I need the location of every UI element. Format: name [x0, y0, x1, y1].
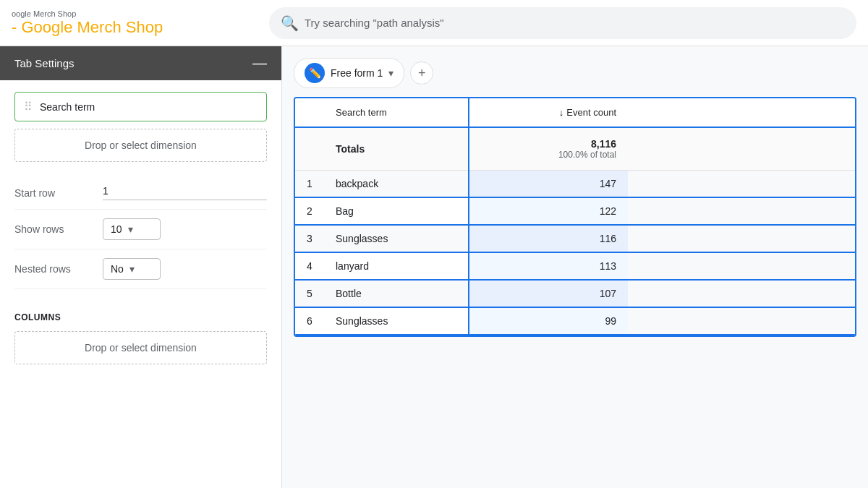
- columns-section: COLUMNS Drop or select dimension: [0, 301, 281, 364]
- col-extra-header: [628, 98, 855, 127]
- sidebar-content: ⠿ Search term Drop or select dimension S…: [0, 80, 281, 301]
- row-extra-cell: [628, 280, 855, 307]
- row-metric-cell: 116: [469, 225, 628, 252]
- nested-rows-value: No: [111, 263, 124, 275]
- row-metric-cell: 107: [469, 280, 628, 307]
- row-dim-cell: Bag: [324, 197, 469, 225]
- drop-dimension-field[interactable]: Drop or select dimension: [14, 129, 267, 162]
- header: oogle Merch Shop - Google Merch Shop 🔍 T…: [0, 0, 868, 46]
- nested-rows-label: Nested rows: [14, 263, 94, 275]
- data-table-wrapper: Search term ↓Event count Totals: [294, 97, 856, 337]
- row-extra-cell: [628, 171, 855, 198]
- totals-metric-subtitle: 100.0% of total: [481, 150, 616, 160]
- show-rows-select[interactable]: 10 ▾: [103, 218, 161, 240]
- header-title-suffix: p: [154, 18, 163, 36]
- row-num-cell: 6: [295, 307, 324, 335]
- row-num-cell: 2: [295, 197, 324, 225]
- chevron-down-icon: ▾: [128, 223, 133, 235]
- content-area: ✏️ Free form 1 ▾ + Search term ↓: [282, 46, 868, 488]
- col-num-header: [295, 98, 324, 127]
- row-num-cell: 1: [295, 171, 324, 198]
- chevron-down-icon: ▾: [129, 263, 135, 275]
- row-extra-cell: [628, 252, 855, 280]
- start-row-value[interactable]: 1: [103, 185, 267, 200]
- totals-metric-cell: 8,116 100.0% of total: [469, 127, 628, 171]
- row-metric-cell: 99: [469, 307, 628, 335]
- row-metric-cell: 147: [469, 171, 628, 198]
- col-metric-header[interactable]: ↓Event count: [469, 98, 628, 127]
- header-title-area: oogle Merch Shop - Google Merch Shop: [12, 9, 258, 37]
- table-row: 1 backpack 147: [295, 171, 855, 198]
- add-tab-icon: +: [418, 66, 426, 81]
- collapse-button[interactable]: —: [252, 55, 267, 72]
- table-row: 6 Sunglasses 99: [295, 307, 855, 335]
- show-rows-label: Show rows: [14, 223, 94, 235]
- tab-settings-label: Tab Settings: [14, 57, 75, 69]
- row-metric-cell: 113: [469, 252, 628, 280]
- search-bar[interactable]: 🔍 Try searching "path analysis": [269, 7, 856, 39]
- row-extra-cell: [628, 307, 855, 335]
- header-title: - Google Merch Shop: [12, 18, 258, 37]
- row-dim-cell: Bottle: [324, 280, 469, 307]
- sort-desc-icon: ↓: [559, 107, 564, 118]
- totals-row: Totals 8,116 100.0% of total: [295, 127, 855, 171]
- start-row-label: Start row: [14, 187, 94, 199]
- header-title-highlight: o: [145, 18, 154, 36]
- table-row: 2 Bag 122: [295, 197, 855, 225]
- tab-label: Free form 1: [331, 67, 383, 79]
- data-table: Search term ↓Event count Totals: [295, 98, 855, 335]
- row-num-cell: 4: [295, 252, 324, 280]
- totals-extra-cell: [628, 127, 855, 171]
- row-num-cell: 3: [295, 225, 324, 252]
- search-term-field[interactable]: ⠿ Search term: [14, 92, 267, 121]
- tab-settings-header: Tab Settings —: [0, 46, 281, 80]
- drop-columns-label: Drop or select dimension: [85, 342, 197, 354]
- nested-rows-select[interactable]: No ▾: [103, 258, 161, 280]
- row-dim-cell: Sunglasses: [324, 225, 469, 252]
- tab-edit-icon: ✏️: [305, 63, 325, 83]
- row-num-cell: 5: [295, 280, 324, 307]
- search-icon: 🔍: [281, 14, 299, 32]
- row-dim-cell: lanyard: [324, 252, 469, 280]
- table-row: 5 Bottle 107: [295, 280, 855, 307]
- tab-bar: ✏️ Free form 1 ▾ +: [294, 58, 856, 88]
- start-row-setting: Start row 1: [14, 176, 267, 210]
- table-row: 3 Sunglasses 116: [295, 225, 855, 252]
- row-extra-cell: [628, 197, 855, 225]
- tab-chevron-icon: ▾: [388, 67, 393, 79]
- add-tab-button[interactable]: +: [410, 61, 433, 85]
- columns-header: COLUMNS: [14, 312, 267, 322]
- dim-header-label: Search term: [336, 107, 387, 118]
- header-title-prefix: - Google Merch Sh: [12, 18, 145, 36]
- totals-num-cell: [295, 127, 324, 171]
- row-metric-cell: 122: [469, 197, 628, 225]
- main-layout: Tab Settings — ⠿ Search term Drop or sel…: [0, 46, 868, 488]
- row-dim-cell: Sunglasses: [324, 307, 469, 335]
- metric-header-label: Event count: [566, 107, 616, 118]
- row-dim-cell: backpack: [324, 171, 469, 198]
- row-extra-cell: [628, 225, 855, 252]
- search-term-label: Search term: [40, 101, 95, 113]
- drag-icon: ⠿: [24, 100, 33, 114]
- nested-rows-setting: Nested rows No ▾: [14, 249, 267, 289]
- totals-label-cell: Totals: [324, 127, 469, 171]
- search-placeholder: Try searching "path analysis": [305, 17, 444, 29]
- drop-dimension-label: Drop or select dimension: [85, 140, 197, 151]
- sidebar: Tab Settings — ⠿ Search term Drop or sel…: [0, 46, 282, 488]
- show-rows-value: 10: [111, 223, 122, 235]
- show-rows-setting: Show rows 10 ▾: [14, 210, 267, 249]
- col-dim-header[interactable]: Search term: [324, 98, 469, 127]
- tab-freeform1[interactable]: ✏️ Free form 1 ▾: [294, 58, 404, 88]
- header-subtitle: oogle Merch Shop: [12, 9, 258, 18]
- totals-metric-value: 8,116: [481, 138, 616, 150]
- drop-columns-field[interactable]: Drop or select dimension: [14, 331, 267, 364]
- table-row: 4 lanyard 113: [295, 252, 855, 280]
- totals-label: Totals: [336, 143, 365, 155]
